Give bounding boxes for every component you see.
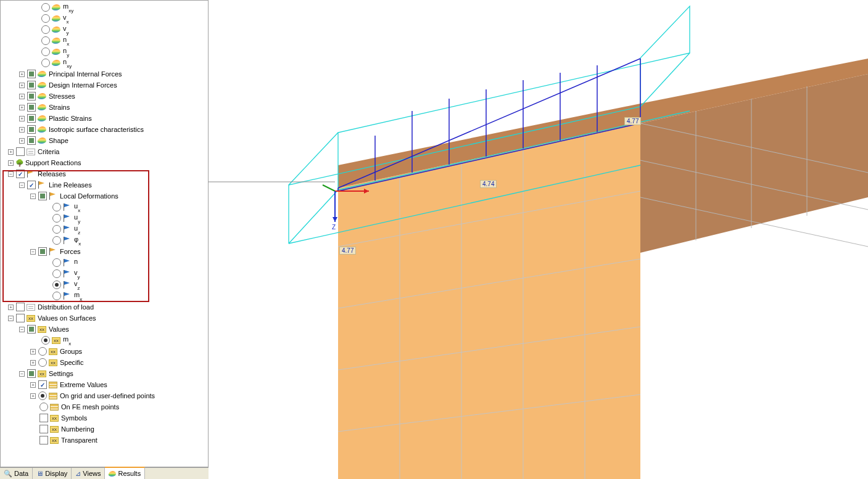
collapse-icon[interactable]: − bbox=[30, 194, 36, 199]
navigator-tree-panel[interactable]: mxy vx vy nx ny bbox=[0, 0, 209, 467]
radio-icon[interactable] bbox=[52, 258, 61, 267]
expand-icon[interactable]: + bbox=[8, 149, 14, 155]
radio-icon[interactable] bbox=[38, 347, 47, 356]
tree-item-mx[interactable]: xx mx bbox=[1, 335, 208, 346]
tree-item[interactable]: nxy bbox=[1, 57, 208, 68]
tree-item-specific[interactable]: + xx Specific bbox=[1, 357, 208, 368]
tree-item[interactable]: mx bbox=[1, 290, 208, 301]
radio-icon[interactable] bbox=[38, 358, 47, 367]
radio-icon[interactable] bbox=[52, 203, 61, 211]
tree-item-principal[interactable]: + Principal Internal Forces bbox=[1, 68, 208, 80]
tab-data[interactable]: 🔍 Data bbox=[0, 468, 33, 479]
expand-icon[interactable]: + bbox=[19, 83, 25, 88]
checkbox-icon[interactable] bbox=[27, 125, 36, 134]
expand-icon[interactable]: + bbox=[8, 160, 14, 166]
radio-icon[interactable] bbox=[52, 280, 61, 289]
checkbox-icon[interactable] bbox=[27, 114, 36, 123]
checkbox-icon[interactable] bbox=[39, 425, 48, 433]
expand-icon[interactable]: + bbox=[30, 360, 36, 366]
tree-item-criteria[interactable]: + Criteria bbox=[1, 146, 208, 157]
checkbox-icon[interactable] bbox=[16, 147, 25, 156]
tab-display[interactable]: 🖥 Display bbox=[33, 468, 72, 479]
checkbox-icon[interactable] bbox=[16, 314, 25, 322]
checkbox-icon[interactable] bbox=[16, 170, 25, 178]
checkbox-icon[interactable] bbox=[27, 369, 36, 378]
tree-item[interactable]: ux bbox=[1, 202, 208, 213]
collapse-icon[interactable]: − bbox=[19, 327, 25, 332]
expand-icon[interactable]: + bbox=[19, 72, 25, 77]
tree-item[interactable]: n bbox=[1, 257, 208, 268]
checkbox-icon[interactable] bbox=[27, 136, 36, 145]
radio-icon[interactable] bbox=[41, 25, 50, 34]
radio-icon[interactable] bbox=[52, 236, 61, 245]
checkbox-icon[interactable] bbox=[27, 181, 36, 189]
tree-item-forces[interactable]: − Forces bbox=[1, 246, 208, 257]
radio-icon[interactable] bbox=[41, 36, 50, 45]
tree-item-transparent[interactable]: xx Transparent bbox=[1, 435, 208, 446]
model-viewport[interactable]: Z 4.77 4.74 4.77 bbox=[209, 0, 868, 479]
radio-icon[interactable] bbox=[41, 3, 50, 12]
tree-item-groups[interactable]: + xx Groups bbox=[1, 346, 208, 357]
tree-item-local-deformations[interactable]: − Local Deformations bbox=[1, 190, 208, 202]
tree-item[interactable]: uy bbox=[1, 213, 208, 224]
checkbox-icon[interactable] bbox=[27, 103, 36, 112]
expand-icon[interactable]: + bbox=[19, 94, 25, 99]
tree-item-settings[interactable]: − xx Settings bbox=[1, 368, 208, 379]
tree-item-onfe[interactable]: On FE mesh points bbox=[1, 401, 208, 412]
tree-item[interactable]: vx bbox=[1, 13, 208, 24]
radio-icon[interactable] bbox=[41, 336, 50, 345]
checkbox-icon[interactable] bbox=[38, 192, 47, 200]
collapse-icon[interactable]: − bbox=[19, 371, 25, 377]
tree-item-support[interactable]: + 🌳 Support Reactions bbox=[1, 157, 208, 168]
radio-icon[interactable] bbox=[52, 214, 61, 223]
checkbox-icon[interactable] bbox=[27, 81, 36, 89]
tree-item-plastic[interactable]: + Plastic Strains bbox=[1, 113, 208, 124]
expand-icon[interactable]: + bbox=[30, 349, 36, 354]
checkbox-icon[interactable] bbox=[16, 303, 25, 311]
expand-icon[interactable]: + bbox=[19, 105, 25, 110]
tree-item-distribution[interactable]: + Distribution of load bbox=[1, 301, 208, 313]
tree-item-numbering[interactable]: xx Numbering bbox=[1, 424, 208, 435]
checkbox-icon[interactable] bbox=[27, 92, 36, 100]
collapse-icon[interactable]: − bbox=[19, 182, 25, 188]
tree-item[interactable]: vy bbox=[1, 268, 208, 279]
checkbox-icon[interactable] bbox=[39, 414, 48, 422]
expand-icon[interactable]: + bbox=[30, 393, 36, 399]
tree-item[interactable]: vy bbox=[1, 24, 208, 35]
tab-views[interactable]: ⊿ Views bbox=[72, 468, 105, 479]
tree-item-design[interactable]: + Design Internal Forces bbox=[1, 80, 208, 91]
checkbox-icon[interactable] bbox=[38, 380, 47, 389]
tree-item-stresses[interactable]: + Stresses bbox=[1, 91, 208, 102]
radio-icon[interactable] bbox=[38, 391, 47, 400]
checkbox-icon[interactable] bbox=[27, 70, 36, 78]
radio-icon[interactable] bbox=[41, 47, 50, 56]
tree-item[interactable]: nx bbox=[1, 35, 208, 46]
tree-item[interactable]: mxy bbox=[1, 2, 208, 13]
tree-item-vz-selected[interactable]: vz bbox=[1, 279, 208, 290]
tree-item[interactable]: ny bbox=[1, 46, 208, 57]
expand-icon[interactable]: + bbox=[19, 138, 25, 144]
tree-item-values-surfaces[interactable]: − xx Values on Surfaces bbox=[1, 313, 208, 324]
tree-item-line-releases[interactable]: − Line Releases bbox=[1, 179, 208, 190]
expand-icon[interactable]: + bbox=[8, 305, 14, 310]
radio-icon[interactable] bbox=[41, 14, 50, 23]
radio-icon[interactable] bbox=[52, 269, 61, 278]
tree-item-shape[interactable]: + Shape bbox=[1, 135, 208, 146]
radio-icon[interactable] bbox=[39, 403, 48, 411]
tree-item-extreme[interactable]: + Extreme Values bbox=[1, 379, 208, 390]
tree-item-isotropic[interactable]: + Isotropic surface characteristics bbox=[1, 124, 208, 135]
tree-item[interactable]: φx bbox=[1, 235, 208, 246]
collapse-icon[interactable]: − bbox=[8, 316, 14, 321]
collapse-icon[interactable]: − bbox=[8, 171, 14, 177]
expand-icon[interactable]: + bbox=[19, 127, 25, 133]
tree-item-ongrid[interactable]: + On grid and user-defined points bbox=[1, 390, 208, 401]
checkbox-icon[interactable] bbox=[27, 325, 36, 334]
radio-icon[interactable] bbox=[52, 292, 61, 300]
tree-item-releases[interactable]: − Releases bbox=[1, 168, 208, 179]
collapse-icon[interactable]: − bbox=[30, 249, 36, 255]
tree-item[interactable]: uz bbox=[1, 224, 208, 235]
tree-item-strains[interactable]: + Strains bbox=[1, 102, 208, 113]
tree-item-values[interactable]: − xx Values bbox=[1, 324, 208, 335]
tree-item-symbols[interactable]: xx Symbols bbox=[1, 412, 208, 424]
expand-icon[interactable]: + bbox=[19, 116, 25, 121]
